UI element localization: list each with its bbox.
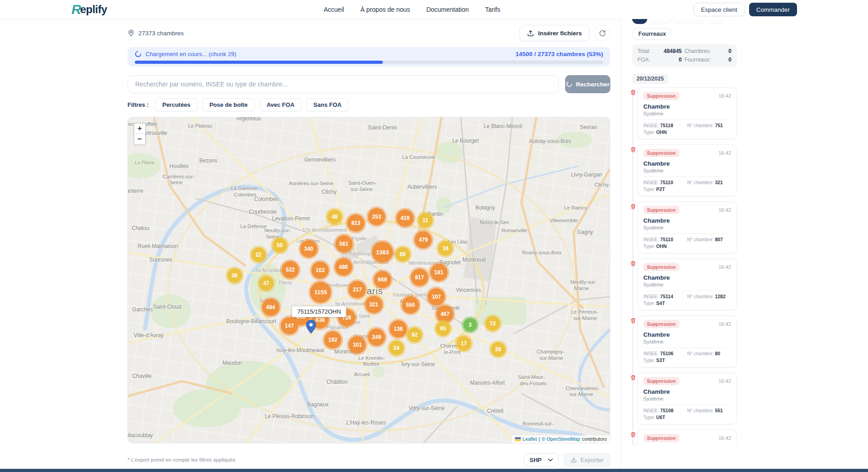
insee-value: 75118: [660, 123, 673, 128]
sidebar-tab-2[interactable]: [650, 19, 671, 24]
stat-chambres-label: Chambres:: [684, 48, 718, 54]
event-log-item[interactable]: Suppression 16:42 Chambre Système INSEE:…: [637, 258, 756, 310]
sidebar-tab-fourreaux[interactable]: Fourreaux: [632, 28, 672, 40]
leaflet-link[interactable]: Leaflet: [523, 436, 537, 442]
nav-item-tarifs[interactable]: Tarifs: [485, 6, 500, 13]
map[interactable]: ArgenteuilMaisons-LaffitteLe PlateauSart…: [127, 117, 610, 443]
map-place-label: Villemomble: [550, 218, 578, 223]
map-cluster[interactable]: 813: [345, 213, 366, 234]
zoom-out-button[interactable]: −: [134, 134, 145, 144]
event-card: Suppression 16:42 Chambre Système INSEE:…: [637, 429, 737, 446]
event-badge: Suppression: [643, 320, 679, 328]
map-cluster[interactable]: 561: [334, 234, 354, 254]
map-cluster[interactable]: 101: [347, 334, 368, 355]
map-cluster[interactable]: 16: [436, 239, 454, 257]
insert-files-button[interactable]: Insérer fichiers: [519, 25, 590, 41]
map-cluster[interactable]: 24: [387, 339, 406, 357]
map-cluster[interactable]: 48: [326, 208, 344, 226]
type-label: Type:: [643, 186, 655, 192]
app-logo[interactable]: Replify: [71, 0, 107, 19]
map-cluster[interactable]: 669: [372, 269, 393, 290]
map-cluster[interactable]: 484: [260, 297, 281, 318]
map-place-label: Châtillon: [326, 379, 348, 385]
progress-bar: [135, 61, 603, 64]
search-button[interactable]: Rechercher: [565, 75, 610, 93]
stat-fourreaux-value: 0: [718, 57, 731, 63]
map-cluster[interactable]: 249: [366, 327, 387, 348]
cluster-count: 340: [304, 246, 313, 252]
map-cluster[interactable]: 50: [271, 236, 289, 254]
nav-item-documentation[interactable]: Documentation: [426, 6, 469, 13]
event-log-item[interactable]: Suppression 16:42 Chambre Système INSEE:…: [637, 144, 756, 196]
map-place-label: La Plaine: [135, 160, 155, 165]
map-cluster[interactable]: 92: [406, 326, 424, 344]
map-cluster[interactable]: 340: [298, 238, 319, 259]
map-cluster[interactable]: 522: [280, 259, 301, 280]
map-place-label: Vitry-sur-Seine: [409, 405, 444, 411]
map-cluster[interactable]: 217: [347, 279, 368, 300]
map-cluster[interactable]: 3: [462, 316, 479, 334]
event-title: Chambre: [643, 217, 731, 224]
event-log-item[interactable]: Suppression 16:42 Chambre Système INSEE:…: [637, 429, 756, 446]
map-place-label: sur-Marne: [539, 355, 563, 361]
sidebar-tab-1[interactable]: [632, 19, 647, 24]
map-cluster[interactable]: 321: [363, 294, 384, 315]
chambre-label: N° chambre:: [687, 180, 713, 185]
osm-link[interactable]: © OpenStreetMap: [542, 436, 580, 442]
map-cluster[interactable]: 1155: [308, 280, 333, 305]
nav-item-a-propos[interactable]: À propos de nous: [360, 6, 410, 13]
export-button[interactable]: Exporter: [564, 453, 610, 467]
map-cluster[interactable]: 28: [489, 340, 507, 358]
search-input[interactable]: [127, 75, 559, 93]
map-cluster[interactable]: 1383: [370, 240, 395, 264]
map-cluster[interactable]: 192: [322, 329, 343, 350]
sidebar-tab-3[interactable]: [674, 19, 705, 24]
map-place-label: Saint-Denis: [368, 124, 397, 131]
map-cluster[interactable]: 95: [434, 319, 452, 338]
zoom-in-button[interactable]: +: [134, 124, 145, 134]
map-cluster[interactable]: 17: [455, 334, 473, 353]
spinner-icon: [135, 51, 142, 57]
stat-total-value: 484845: [656, 48, 684, 54]
page: Replify Accueil À propos de nous Documen…: [0, 0, 868, 472]
event-log-item[interactable]: Suppression 16:42 Chambre Système INSEE:…: [637, 372, 756, 424]
cluster-count: 38: [231, 272, 237, 279]
export-format-select[interactable]: SHP: [524, 453, 558, 467]
map-cluster[interactable]: 69: [394, 245, 412, 263]
map-cluster[interactable]: 817: [409, 267, 430, 288]
filter-sans-foa[interactable]: Sans FOA: [306, 98, 349, 111]
cluster-count: 92: [412, 332, 418, 338]
map-cluster[interactable]: 22: [250, 246, 268, 264]
chamber-tooltip: 75115/1572OHN: [292, 306, 346, 317]
map-place-label: Le Perreux-: [571, 309, 598, 315]
map-cluster[interactable]: 253: [366, 206, 387, 227]
progress-bar-fill: [135, 61, 383, 64]
espace-client-button[interactable]: Espace client: [693, 3, 744, 16]
sidebar-tab-4[interactable]: [708, 19, 725, 24]
type-label: Type:: [643, 415, 655, 420]
filter-avec-foa[interactable]: Avec FOA: [259, 98, 302, 111]
map-cluster[interactable]: 550: [400, 295, 421, 315]
map-cluster[interactable]: 181: [429, 262, 449, 283]
map-cluster[interactable]: 72: [484, 315, 502, 333]
map-cluster[interactable]: 38: [226, 267, 244, 285]
map-cluster[interactable]: 11: [416, 211, 434, 229]
map-cluster[interactable]: 479: [413, 229, 434, 250]
event-log-item[interactable]: Suppression 16:42 Chambre Système INSEE:…: [637, 201, 756, 253]
map-place-label: Bezons: [199, 157, 217, 164]
event-title: Chambre: [643, 160, 731, 167]
event-log-item[interactable]: Suppression 16:42 Chambre Système INSEE:…: [637, 315, 756, 367]
map-cluster[interactable]: 47: [257, 274, 275, 292]
map-cluster[interactable]: 102: [310, 260, 330, 281]
event-card: Suppression 16:42 Chambre Système INSEE:…: [637, 87, 737, 139]
map-cluster[interactable]: 419: [395, 208, 415, 229]
nav-item-accueil[interactable]: Accueil: [324, 6, 344, 13]
timeline-line: [632, 89, 633, 446]
selected-chamber-pin[interactable]: [306, 320, 316, 334]
filter-pose-de-boite[interactable]: Pose de boîte: [202, 98, 255, 111]
commander-button[interactable]: Commander: [749, 3, 797, 16]
filter-percutees[interactable]: Percutées: [155, 98, 198, 111]
event-log-item[interactable]: Suppression 16:42 Chambre Système INSEE:…: [637, 87, 756, 139]
refresh-button[interactable]: [594, 25, 610, 41]
map-cluster[interactable]: 480: [333, 257, 354, 277]
